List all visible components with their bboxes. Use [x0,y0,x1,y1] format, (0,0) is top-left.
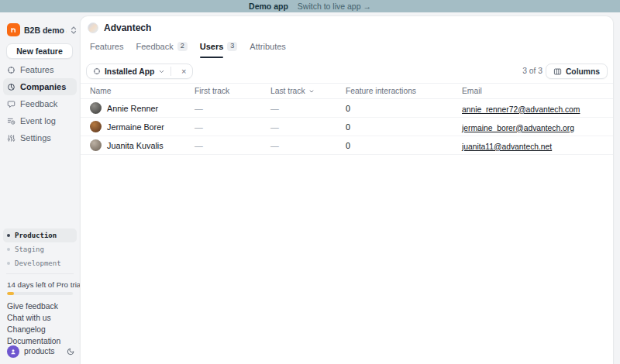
chip-divider [170,67,171,76]
environment-dot-icon [7,262,10,265]
moon-icon[interactable] [67,348,74,355]
sidebar-nav-item[interactable]: Feedback [3,95,77,112]
sidebar-link[interactable]: Changelog [7,324,77,335]
environment-item[interactable]: Development [3,256,77,270]
tab-count-badge: 3 [227,42,237,51]
trial-label: 14 days left of Pro trial [7,280,82,289]
email-cell: juanita11@advantech.net [462,139,613,153]
account-name: products [24,347,55,355]
last-track-cell: — [270,122,346,132]
sidebar-links: Give feedback Chat with us Changelog Doc… [7,300,77,347]
email-cell: jermaine_borer@advantech.org [462,120,613,134]
user-name: Jermaine Borer [107,122,164,132]
sidebar-divider [6,273,74,274]
sort-chevron-down-icon [308,88,315,94]
tab-label: Feedback [136,42,173,51]
environment-list: Production Staging Development [3,228,77,270]
user-avatar [90,121,102,132]
tab[interactable]: Feedback 2 [136,42,187,57]
columns-icon [553,67,562,76]
workspace-selector[interactable]: B2B demo a... [7,22,77,37]
tab-bar: Features Feedback 2 Users 3 Attributes [90,42,286,57]
column-header[interactable]: Last track [270,87,346,95]
environment-label: Development [15,259,61,267]
features-icon [7,66,16,74]
filter-chip-label: Installed App [105,67,154,76]
sidebar-nav-item[interactable]: Features [3,61,77,78]
trial-progress-bar [7,292,73,295]
companies-icon [7,83,16,91]
sidebar-link[interactable]: Give feedback [7,300,77,312]
company-header: Advantech [88,21,151,35]
demo-banner: Demo app Switch to live app → [0,0,620,12]
column-header-label: First track [195,87,229,95]
user-avatar [90,102,102,114]
filter-toolbar: Installed App × 3 of 3 Columns [86,64,608,79]
user-name-cell: Juanita Kuvalis [90,139,195,151]
tab-label: Attributes [250,42,285,51]
filter-chip-installed-app[interactable]: Installed App × [86,64,193,79]
email-link[interactable]: juanita11@advantech.net [462,143,552,151]
user-name-cell: Jermaine Borer [90,121,195,132]
column-header-label: Email [462,87,482,95]
company-avatar [88,22,98,33]
person-icon[interactable] [7,345,19,358]
user-name-cell: Annie Renner [90,102,195,114]
column-header[interactable]: Feature interactions [346,87,462,95]
columns-button-label: Columns [566,67,600,76]
email-link[interactable]: annie_renner72@advantech.com [462,105,580,114]
sidebar-nav-item[interactable]: Event log [3,112,77,129]
first-track-cell: — [195,141,270,150]
environment-item[interactable]: Production [3,228,77,242]
user-name: Juanita Kuvalis [107,141,164,150]
table-body: Annie Renner — — 0 annie_renner72@advant… [81,99,613,155]
switch-to-live-link[interactable]: Switch to live app → [298,2,371,11]
feedback-icon [7,100,16,108]
columns-button[interactable]: Columns [546,64,608,79]
table-row[interactable]: Juanita Kuvalis — — 0 juanita11@advantec… [81,136,613,155]
tab[interactable]: Features [90,42,123,57]
column-header-label: Feature interactions [346,87,416,95]
feature-interactions-cell: 0 [346,122,462,132]
table-header-row: Name First track Last track Feature in [81,83,613,99]
last-track-cell: — [270,141,346,150]
nav-item-label: Features [20,65,53,74]
chevron-down-icon [158,68,165,75]
column-header[interactable]: First track [195,87,270,95]
banner-app-label: Demo app [249,2,288,11]
sidebar: B2B demo a... New feature Features Compa… [0,12,80,364]
table-row[interactable]: Jermaine Borer — — 0 jermaine_borer@adva… [81,118,613,136]
sidebar-nav-item[interactable]: Companies [3,78,77,95]
environment-item[interactable]: Staging [3,242,77,256]
tab[interactable]: Users 3 [200,42,238,57]
close-icon[interactable]: × [177,65,191,77]
environment-dot-icon [7,248,10,251]
row-count-label: 3 of 3 [522,67,542,75]
event-log-icon [7,117,16,125]
column-header[interactable]: Name [90,87,195,95]
settings-icon [7,134,16,143]
email-link[interactable]: jermaine_borer@advantech.org [462,124,574,132]
new-feature-button[interactable]: New feature [6,43,73,59]
user-avatar [90,139,102,151]
last-track-cell: — [270,104,346,113]
feature-interactions-cell: 0 [346,141,462,150]
tab-count-badge: 2 [177,42,188,51]
sidebar-nav-item[interactable]: Settings [3,129,77,146]
table-row[interactable]: Annie Renner — — 0 annie_renner72@advant… [81,99,613,118]
main-panel: Advantech Features Feedback 2 Users 3 [80,15,614,364]
target-icon [93,67,101,75]
sidebar-link[interactable]: Chat with us [7,312,77,324]
sidebar-nav: Features Companies Feedback Event log [3,61,77,146]
column-header[interactable]: Email [462,87,613,95]
feature-interactions-cell: 0 [346,104,462,113]
environment-dot-icon [7,234,10,237]
chevron-updown-icon [71,26,77,34]
tab[interactable]: Attributes [250,42,285,57]
tab-label: Features [90,42,123,51]
app-root: Demo app Switch to live app → B2B demo a… [0,0,620,364]
nav-item-label: Feedback [20,99,57,108]
first-track-cell: — [195,122,270,132]
email-cell: annie_renner72@advantech.com [462,101,613,115]
user-name: Annie Renner [107,104,158,113]
